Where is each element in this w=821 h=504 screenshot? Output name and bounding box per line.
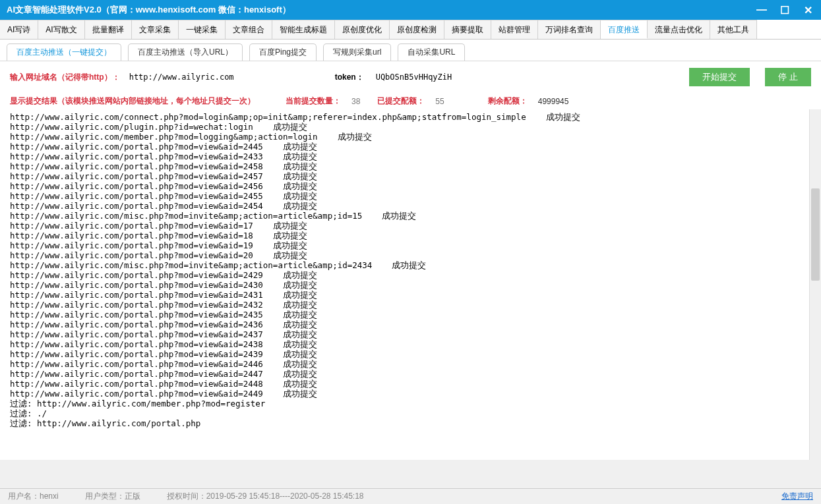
log-line: http://www.ailyric.com/portal.php?mod=vi…: [10, 300, 799, 310]
input-row: 输入网址域名（记得带http）： token： UQbOSnB5vHHqyZiH…: [0, 61, 821, 93]
log-line: http://www.ailyric.com/portal.php?mod=vi…: [10, 161, 799, 171]
main-tab-9[interactable]: 摘要提取: [444, 20, 491, 39]
main-tab-6[interactable]: 智能生成标题: [272, 20, 335, 39]
footer-type: 用户类型：正版: [85, 491, 140, 502]
log-line: http://www.ailyric.com/portal.php?mod=vi…: [10, 329, 799, 339]
log-line: http://www.ailyric.com/connect.php?mod=l…: [10, 112, 799, 122]
footer-auth-value: 2019-05-29 15:45:18----2020-05-28 15:45:…: [206, 491, 364, 501]
token-label: token：: [335, 72, 364, 83]
log-line: http://www.ailyric.com/portal.php?mod=vi…: [10, 191, 799, 201]
quota-remain-label: 剩余配额：: [488, 96, 528, 107]
main-tab-1[interactable]: AI写散文: [38, 20, 84, 39]
main-tabs: AI写诗AI写散文批量翻译文章采集一键采集文章组合智能生成标题原创度优化原创度检…: [0, 20, 821, 40]
sub-tab-3[interactable]: 写规则采集url: [323, 43, 391, 61]
footer: 用户名：henxi 用户类型：正版 授权时间：2019-05-29 15:45:…: [0, 488, 821, 504]
log-area-wrap: http://www.ailyric.com/connect.php?mod=l…: [0, 109, 821, 460]
main-tab-10[interactable]: 站群管理: [491, 20, 538, 39]
log-line: http://www.ailyric.com/portal.php?mod=vi…: [10, 152, 799, 161]
main-tab-7[interactable]: 原创度优化: [335, 20, 390, 39]
status-row: 显示提交结果（该模块推送网站内部链接地址，每个地址只提交一次） 当前提交数量： …: [0, 93, 821, 109]
log-line: http://www.ailyric.com/portal.php?mod=vi…: [10, 231, 799, 240]
main-tab-3[interactable]: 文章采集: [132, 20, 179, 39]
log-line: http://www.ailyric.com/plugin.php?id=wec…: [10, 122, 799, 132]
log-line: http://www.ailyric.com/portal.php?mod=vi…: [10, 389, 799, 399]
disclaimer-link[interactable]: 免责声明: [781, 491, 813, 502]
footer-user-value: henxi: [40, 491, 59, 501]
sub-tab-1[interactable]: 百度主动推送（导入URL）: [128, 43, 243, 61]
log-line: http://www.ailyric.com/portal.php?mod=vi…: [10, 142, 799, 152]
log-line: http://www.ailyric.com/portal.php?mod=vi…: [10, 221, 799, 231]
current-count-value: 38: [351, 97, 360, 106]
log-line: http://www.ailyric.com/portal.php?mod=vi…: [10, 310, 799, 320]
log-line: http://www.ailyric.com/misc.php?mod=invi…: [10, 260, 799, 270]
current-count-label: 当前提交数量：: [286, 96, 341, 107]
sub-tab-0[interactable]: 百度主动推送（一键提交）: [7, 43, 121, 61]
log-line: http://www.ailyric.com/portal.php?mod=vi…: [10, 280, 799, 290]
footer-auth: 授权时间：2019-05-29 15:45:18----2020-05-28 1…: [167, 491, 364, 502]
log-line: http://www.ailyric.com/portal.php?mod=vi…: [10, 181, 799, 191]
log-line: http://www.ailyric.com/portal.php?mod=vi…: [10, 359, 799, 369]
log-line: 过滤: http://www.ailyric.com/member.php?mo…: [10, 399, 799, 408]
log-line: http://www.ailyric.com/portal.php?mod=vi…: [10, 379, 799, 389]
log-line: http://www.ailyric.com/portal.php?mod=vi…: [10, 349, 799, 359]
minimize-icon[interactable]: —: [755, 4, 768, 16]
log-line: 过滤: http://www.ailyric.com/portal.php: [10, 418, 799, 428]
sub-tabs: 百度主动推送（一键提交）百度主动推送（导入URL）百度Ping提交写规则采集ur…: [0, 40, 821, 61]
token-value: UQbOSnB5vHHqyZiH: [376, 72, 452, 82]
url-input[interactable]: [125, 71, 303, 83]
log-line: http://www.ailyric.com/portal.php?mod=vi…: [10, 240, 799, 250]
footer-type-value: 正版: [125, 491, 140, 501]
footer-user-label: 用户名：: [8, 491, 40, 501]
scrollbar-track[interactable]: [809, 109, 821, 460]
window-title: AI文章智能处理软件V2.0（官网：www.henxisoft.com 微信：h…: [7, 4, 755, 16]
main-tab-4[interactable]: 一键采集: [179, 20, 226, 39]
main-tab-5[interactable]: 文章组合: [226, 20, 272, 39]
main-tab-8[interactable]: 原创度检测: [390, 20, 444, 39]
main-tab-12[interactable]: 百度推送: [601, 20, 648, 39]
log-area[interactable]: http://www.ailyric.com/connect.php?mod=l…: [0, 109, 809, 460]
close-icon[interactable]: ✕: [801, 4, 814, 16]
main-tab-13[interactable]: 流量点击优化: [648, 20, 710, 39]
log-line: 过滤: ./: [10, 408, 799, 418]
main-tab-11[interactable]: 万词排名查询: [538, 20, 601, 39]
log-line: http://www.ailyric.com/portal.php?mod=vi…: [10, 369, 799, 379]
url-label: 输入网址域名（记得带http）：: [10, 72, 120, 83]
log-line: http://www.ailyric.com/portal.php?mod=vi…: [10, 270, 799, 280]
main-tab-2[interactable]: 批量翻译: [85, 20, 132, 39]
sub-tab-4[interactable]: 自动采集URL: [398, 43, 465, 61]
log-line: http://www.ailyric.com/portal.php?mod=vi…: [10, 320, 799, 329]
sub-tab-2[interactable]: 百度Ping提交: [249, 43, 317, 61]
log-line: http://www.ailyric.com/misc.php?mod=invi…: [10, 211, 799, 221]
log-line: http://www.ailyric.com/portal.php?mod=vi…: [10, 201, 799, 211]
log-line: http://www.ailyric.com/portal.php?mod=vi…: [10, 339, 799, 349]
window-controls: — ☐ ✕: [755, 4, 814, 16]
result-label: 显示提交结果（该模块推送网站内部链接地址，每个地址只提交一次）: [10, 96, 255, 107]
quota-used-label: 已提交配额：: [377, 96, 425, 107]
quota-used-value: 55: [435, 97, 444, 106]
main-tab-0[interactable]: AI写诗: [0, 20, 38, 39]
start-button[interactable]: 开始提交: [689, 68, 750, 86]
stop-button[interactable]: 停 止: [765, 68, 811, 86]
log-line: http://www.ailyric.com/portal.php?mod=vi…: [10, 171, 799, 181]
log-line: http://www.ailyric.com/member.php?mod=lo…: [10, 132, 799, 142]
footer-type-label: 用户类型：: [85, 491, 125, 501]
footer-user: 用户名：henxi: [8, 491, 59, 502]
footer-auth-label: 授权时间：: [167, 491, 206, 501]
scrollbar-thumb[interactable]: [811, 188, 820, 281]
log-line: http://www.ailyric.com/portal.php?mod=vi…: [10, 290, 799, 300]
quota-remain-value: 4999945: [538, 97, 569, 106]
maximize-icon[interactable]: ☐: [778, 4, 791, 16]
log-line: http://www.ailyric.com/portal.php?mod=vi…: [10, 250, 799, 260]
titlebar: AI文章智能处理软件V2.0（官网：www.henxisoft.com 微信：h…: [0, 0, 821, 20]
main-tab-14[interactable]: 其他工具: [710, 20, 757, 39]
